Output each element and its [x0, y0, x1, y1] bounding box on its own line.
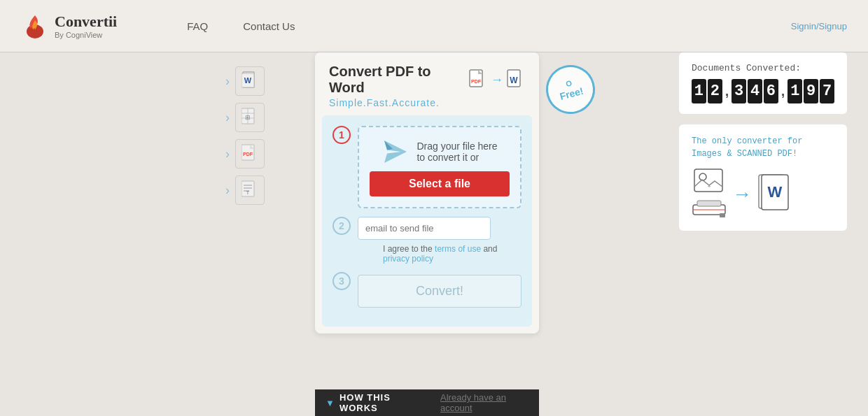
sep-2: , [781, 83, 785, 99]
signin-link[interactable]: Signin/Signup [791, 21, 847, 31]
card-header: Convert PDF to Word PDF → W Si [315, 52, 539, 115]
logo-sub: By CogniView [55, 31, 117, 39]
svg-text:W: W [768, 183, 783, 201]
drop-text: Drag your file here to convert it or [416, 141, 497, 163]
digit-3: 3 [732, 79, 746, 103]
convert-icons: PDF → W [469, 69, 525, 90]
excel-icon: ⊞ [235, 103, 265, 132]
how-it-works-label: HOW THIS WORKS [340, 392, 419, 413]
privacy-policy-link[interactable]: privacy policy [383, 254, 433, 264]
digit-6: 1 [788, 79, 802, 103]
drop-zone[interactable]: Drag your file here to convert it or Sel… [358, 126, 522, 208]
convert-title-text: Convert PDF to Word [329, 64, 462, 96]
step3-row: 3 Convert! [332, 272, 522, 308]
word-doc-icon: W [507, 69, 525, 90]
step1-row: 1 Drag your file here to convert it or [332, 126, 522, 208]
scanner-arrow-icon: → [732, 183, 752, 206]
scanner-label: The only converter forImages & SCANNED P… [692, 135, 834, 160]
convert-title: Convert PDF to Word PDF → W [329, 64, 525, 96]
input-icons: + [692, 168, 727, 220]
scanner-box: The only converter forImages & SCANNED P… [679, 124, 847, 231]
free-stamp-circle: O Free! [540, 59, 601, 120]
text-icon: T [235, 175, 265, 205]
arrow-icon-text: › [225, 183, 230, 198]
svg-text:+: + [708, 183, 711, 189]
select-file-button[interactable]: Select a file [370, 171, 510, 196]
svg-rect-28 [720, 213, 725, 217]
svg-text:⊞: ⊞ [245, 114, 251, 121]
nav-links: FAQ Contact Us [187, 20, 295, 32]
svg-text:W: W [510, 76, 518, 85]
image-icon: + [694, 168, 724, 196]
digit-5: 6 [764, 79, 778, 103]
terms-text: I agree to the terms of use and privacy … [383, 244, 522, 264]
how-it-works-section[interactable]: ▼ HOW THIS WORKS [315, 392, 430, 413]
digit-4: 4 [748, 79, 762, 103]
free-stamp: O Free! [546, 65, 595, 114]
sidebar-item-word[interactable]: › W [225, 66, 265, 96]
free-stamp-text: O Free! [556, 76, 585, 103]
svg-rect-26 [697, 201, 721, 206]
contact-link[interactable]: Contact Us [243, 20, 295, 32]
arrow-icon-excel: › [225, 110, 230, 125]
counter-box: Documents Converted: 1 2 , 3 4 6 , 1 9 7 [679, 52, 847, 114]
paper-plane-icon [382, 138, 410, 166]
logo-name: Convertii [55, 13, 117, 31]
main-content: › W › ⊞ › [0, 52, 868, 416]
step2-number: 2 [332, 217, 351, 235]
convert-button[interactable]: Convert! [358, 275, 522, 308]
logo-icon [21, 12, 49, 40]
convert-subtitle: Simple.Fast.Accurate. [329, 97, 525, 108]
counter-digits: 1 2 , 3 4 6 , 1 9 7 [692, 79, 834, 103]
step2-content: I agree to the terms of use and privacy … [358, 217, 522, 264]
svg-text:T: T [246, 189, 250, 196]
email-input[interactable] [358, 217, 491, 240]
digit-8: 7 [820, 79, 834, 103]
pdf-icon: PDF [235, 139, 265, 168]
arrow-icon-pdf: › [225, 147, 230, 162]
step1-number: 1 [332, 126, 351, 144]
logo-area: Convertii By CogniView [21, 12, 117, 40]
svg-text:W: W [244, 76, 252, 85]
scanner-icons: + → W [692, 168, 834, 220]
header: Convertii By CogniView FAQ Contact Us Si… [0, 0, 868, 52]
bottom-bar: ▼ HOW THIS WORKS Already have an account [315, 389, 539, 416]
drop-content: Drag your file here to convert it or [382, 138, 497, 166]
card-body: 1 Drag your file here to convert it or [322, 115, 532, 327]
step3-number: 3 [332, 272, 351, 290]
pdf-doc-icon: PDF [469, 69, 487, 90]
sidebar-item-pdf[interactable]: › PDF [225, 139, 265, 168]
sidebar: › W › ⊞ › [203, 59, 273, 212]
arrow-convert-icon: → [491, 73, 503, 87]
arrow-icon-word: › [225, 74, 230, 89]
step3-content: Convert! [358, 272, 522, 308]
convert-card: Convert PDF to Word PDF → W Si [315, 52, 539, 333]
already-account-link[interactable]: Already have an account [430, 392, 539, 413]
chevron-down-icon: ▼ [326, 398, 335, 408]
terms-of-use-link[interactable]: terms of use [435, 244, 481, 254]
faq-link[interactable]: FAQ [187, 20, 208, 32]
sep-1: , [725, 83, 729, 99]
digit-1: 1 [692, 79, 706, 103]
digit-2: 2 [708, 79, 722, 103]
sidebar-item-excel[interactable]: › ⊞ [225, 103, 265, 132]
svg-text:PDF: PDF [471, 79, 482, 84]
counter-label: Documents Converted: [692, 63, 834, 73]
word-icon: W [235, 66, 265, 96]
word-output-icon: W [757, 173, 792, 215]
digit-7: 9 [804, 79, 818, 103]
step2-row: 2 I agree to the terms of use and privac… [332, 217, 522, 264]
info-panel: Documents Converted: 1 2 , 3 4 6 , 1 9 7… [679, 52, 847, 231]
logo-text: Convertii By CogniView [55, 13, 117, 39]
scanner-device-icon [692, 199, 727, 220]
svg-text:PDF: PDF [243, 152, 253, 157]
sidebar-item-text[interactable]: › T [225, 175, 265, 205]
